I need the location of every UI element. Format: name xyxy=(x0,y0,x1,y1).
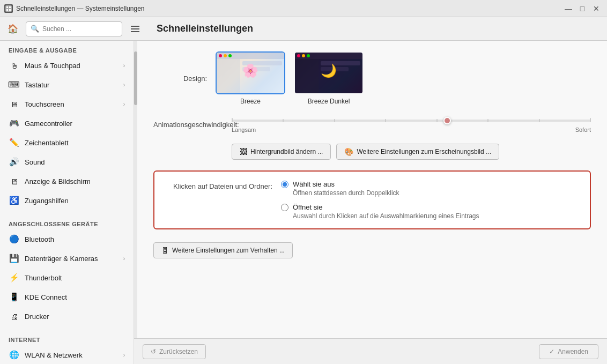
search-input[interactable] xyxy=(42,25,117,33)
theme-preview-breeze-dunkel: 🌙 xyxy=(294,51,364,94)
sidebar-item-bluetooth[interactable]: 🔵 Bluetooth xyxy=(0,229,134,249)
maximize-button[interactable]: □ xyxy=(576,2,589,15)
sound-icon: 🔊 xyxy=(9,157,19,167)
sidebar-item-label-sound: Sound xyxy=(25,158,125,166)
titlebar-left: Schnelleinstellungen — Systemeinstellung… xyxy=(4,4,144,13)
theme-card-breeze-dunkel[interactable]: 🌙 Breeze Dunkel xyxy=(294,51,364,105)
sidebar-item-gamecontroller[interactable]: 🎮 Gamecontroller xyxy=(0,114,134,133)
erscheinungsbild-label: Weitere Einstellungen zum Erscheinungsbi… xyxy=(357,148,491,155)
apply-icon: ✓ xyxy=(549,348,554,355)
home-button[interactable]: 🏠 xyxy=(4,20,21,38)
content-area: Design: xyxy=(137,41,607,338)
zeichentablett-icon: ✏️ xyxy=(9,137,19,148)
hintergrund-button[interactable]: 🖼 Hintergrundbild ändern ... xyxy=(232,144,331,160)
sidebar-item-maus[interactable]: 🖱 Maus & Touchpad › xyxy=(0,56,134,75)
sidebar-item-touchscreen[interactable]: 🖥 Touchscreen › xyxy=(0,94,134,114)
sidebar-item-thunderbolt[interactable]: ⚡ Thunderbolt xyxy=(0,268,134,287)
sidebar-scrollbar-thumb[interactable] xyxy=(134,51,137,105)
sidebar-section-eingabe: Eingabe & Ausgabe xyxy=(0,41,134,56)
radio-options: Wählt sie aus Öffnen stattdessen durch D… xyxy=(281,180,479,220)
sidebar-item-label-bluetooth: Bluetooth xyxy=(25,235,125,243)
radio-select-input[interactable] xyxy=(281,181,288,188)
apply-button[interactable]: ✓ Anwenden xyxy=(539,344,598,359)
sidebar-item-label-maus: Maus & Touchpad xyxy=(25,62,118,70)
svg-rect-4 xyxy=(9,9,11,11)
maus-icon: 🖱 xyxy=(9,60,19,71)
toolbar: 🏠 🔍 Schnelleinstellungen xyxy=(0,17,607,41)
sidebar-scrollbar-track xyxy=(134,41,137,338)
sidebar-item-zeichentablett[interactable]: ✏️ Zeichentablett xyxy=(0,133,134,152)
verhalten-button[interactable]: 🎛 Weitere Einstellungen zum Verhalten ..… xyxy=(153,242,293,258)
behavior-btn-row: 🎛 Weitere Einstellungen zum Verhalten ..… xyxy=(153,242,591,258)
theme-card-breeze[interactable]: 🌸 Breeze xyxy=(216,51,285,105)
file-click-label: Klicken auf Dateien und Ordner: xyxy=(165,180,272,190)
titlebar-title: Schnelleinstellungen — Systemeinstellung… xyxy=(16,5,144,12)
svg-rect-1 xyxy=(6,6,8,8)
apply-label: Anwenden xyxy=(558,348,588,355)
radio-open-label: Öffnet sie xyxy=(293,203,322,211)
theme-options: 🌸 Breeze xyxy=(216,51,364,105)
radio-open-input[interactable] xyxy=(281,204,288,211)
svg-rect-0 xyxy=(5,5,12,12)
menu-button[interactable] xyxy=(127,20,144,38)
slider-thumb[interactable] xyxy=(443,117,451,124)
tastatur-icon: ⌨ xyxy=(9,79,19,90)
sidebar-item-sound[interactable]: 🔊 Sound xyxy=(0,152,134,172)
chevron-icon-wlan: › xyxy=(123,352,125,358)
app-icon xyxy=(4,4,13,13)
sidebar-item-label-gamecontroller: Gamecontroller xyxy=(25,120,125,128)
page-title: Schnelleinstellungen xyxy=(148,23,253,34)
sidebar-section-internet: Internet xyxy=(0,330,134,345)
drucker-icon: 🖨 xyxy=(9,311,19,322)
titlebar-controls: — □ ✕ xyxy=(562,2,603,15)
verhalten-icon: 🎛 xyxy=(161,246,169,255)
radio-select-row: Wählt sie aus xyxy=(281,180,479,188)
hamburger-line xyxy=(131,31,139,32)
sidebar-item-label-thunderbolt: Thunderbolt xyxy=(25,274,125,282)
minimize-button[interactable]: — xyxy=(562,2,575,15)
sidebar-item-tastatur[interactable]: ⌨ Tastatur › xyxy=(0,75,134,94)
theme-preview-breeze: 🌸 xyxy=(216,51,285,94)
sidebar-item-label-wlan: WLAN & Netzwerk xyxy=(25,351,118,359)
reset-button[interactable]: ↺ Zurücksetzen xyxy=(143,344,206,359)
sidebar-item-anzeige[interactable]: 🖥 Anzeige & Bildschirm xyxy=(0,172,134,191)
close-button[interactable]: ✕ xyxy=(590,2,603,15)
sidebar-item-wlan[interactable]: 🌐 WLAN & Netzwerk › xyxy=(0,345,134,364)
hamburger-line xyxy=(131,26,139,27)
sidebar-item-drucker[interactable]: 🖨 Drucker xyxy=(0,307,134,326)
sidebar-section-angeschlossen: Angeschlossene Geräte xyxy=(0,214,134,229)
file-click-row: Klicken auf Dateien und Ordner: Wählt si… xyxy=(165,180,579,220)
thunderbolt-icon: ⚡ xyxy=(9,272,19,283)
erscheinungsbild-button[interactable]: 🎨 Weitere Einstellungen zum Erscheinungs… xyxy=(336,144,499,160)
reset-label: Zurücksetzen xyxy=(159,348,198,355)
slider-container xyxy=(232,116,591,125)
sidebar: Eingabe & Ausgabe 🖱 Maus & Touchpad › ⌨ … xyxy=(0,41,134,364)
touchscreen-icon: 🖥 xyxy=(9,99,19,109)
sidebar-item-label-tastatur: Tastatur xyxy=(25,81,118,89)
chevron-icon-maus: › xyxy=(123,63,125,69)
erscheinungsbild-icon: 🎨 xyxy=(344,147,353,156)
datentraeger-icon: 💾 xyxy=(9,253,19,264)
sidebar-item-kde-connect[interactable]: 📱 KDE Connect xyxy=(0,287,134,307)
animation-slider-wrap: Langsam Sofort xyxy=(232,116,591,133)
radio-option-select: Wählt sie aus Öffnen stattdessen durch D… xyxy=(281,180,479,197)
radio-option-open: Öffnet sie Auswahl durch Klicken auf die… xyxy=(281,203,479,220)
zugangshilfen-icon: ♿ xyxy=(9,195,19,206)
file-click-section: Klicken auf Dateien und Ordner: Wählt si… xyxy=(153,170,591,229)
chevron-icon-datentraeger: › xyxy=(123,256,125,262)
radio-open-sublabel: Auswahl durch Klicken auf die Auswahlmar… xyxy=(293,212,479,220)
reset-icon: ↺ xyxy=(151,348,156,355)
animation-fast-label: Sofort xyxy=(575,127,591,133)
sidebar-item-label-anzeige: Anzeige & Bildschirm xyxy=(25,177,125,185)
sidebar-item-zugangshilfen[interactable]: ♿ Zugangshilfen xyxy=(0,191,134,210)
svg-rect-2 xyxy=(9,6,11,8)
chevron-icon-tastatur: › xyxy=(123,82,125,88)
anzeige-icon: 🖥 xyxy=(9,176,19,187)
sidebar-item-label-kde-connect: KDE Connect xyxy=(25,293,125,301)
radio-select-label: Wählt sie aus xyxy=(293,180,335,188)
svg-rect-3 xyxy=(6,9,8,11)
sidebar-item-label-touchscreen: Touchscreen xyxy=(25,100,118,108)
search-icon: 🔍 xyxy=(31,25,39,33)
main-layout: Eingabe & Ausgabe 🖱 Maus & Touchpad › ⌨ … xyxy=(0,41,607,364)
sidebar-item-datentraeger[interactable]: 💾 Datenträger & Kameras › xyxy=(0,249,134,268)
